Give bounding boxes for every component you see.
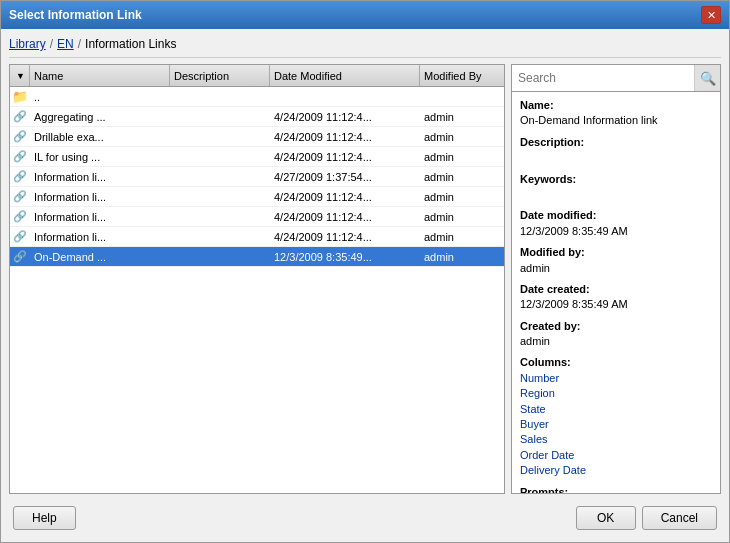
row-date: 4/27/2009 1:37:54... [270, 169, 420, 185]
list-item[interactable]: 🔗 Information li... 4/24/2009 11:12:4...… [10, 227, 504, 247]
col-name[interactable]: Name [30, 65, 170, 86]
link-icon: 🔗 [13, 110, 27, 123]
ok-button[interactable]: OK [576, 506, 636, 530]
link-icon: 🔗 [13, 230, 27, 243]
col-icon[interactable]: ▼ [10, 65, 30, 86]
detail-date-created-value: 12/3/2009 8:35:49 AM [520, 297, 712, 312]
row-name: Information li... [30, 209, 170, 225]
col-modified-by[interactable]: Modified By [420, 65, 505, 86]
row-name: On-Demand ... [30, 249, 170, 265]
detail-name-label: Name: [520, 98, 712, 113]
list-item[interactable]: 🔗 IL for using ... 4/24/2009 11:12:4... … [10, 147, 504, 167]
detail-column-region: Region [520, 386, 712, 401]
row-desc [170, 135, 270, 139]
detail-content: Name: On-Demand Information link Descrip… [512, 92, 720, 493]
link-icon: 🔗 [13, 130, 27, 143]
row-icon: 🔗 [10, 228, 30, 245]
row-date: 4/24/2009 11:12:4... [270, 209, 420, 225]
breadcrumb-current: Information Links [85, 37, 176, 51]
footer: Help OK Cancel [9, 500, 721, 534]
row-modified-by: admin [420, 189, 504, 205]
link-icon: 🔗 [13, 250, 27, 263]
detail-date-modified-label: Date modified: [520, 208, 712, 223]
main-area: ▼ Name Description Date Modified Modifie… [9, 64, 721, 494]
sort-arrow: ▼ [16, 71, 25, 81]
col-date-modified[interactable]: Date Modified [270, 65, 420, 86]
footer-right: OK Cancel [576, 506, 717, 530]
row-icon: 🔗 [10, 248, 30, 265]
link-icon: 🔗 [13, 170, 27, 183]
row-modified-by: admin [420, 249, 504, 265]
breadcrumb-en[interactable]: EN [57, 37, 74, 51]
detail-column-number: Number [520, 371, 712, 386]
row-name: Information li... [30, 169, 170, 185]
detail-keywords-label: Keywords: [520, 172, 712, 187]
list-item[interactable]: 🔗 Information li... 4/24/2009 11:12:4...… [10, 207, 504, 227]
list-item[interactable]: 🔗 Aggregating ... 4/24/2009 11:12:4... a… [10, 107, 504, 127]
list-header: ▼ Name Description Date Modified Modifie… [10, 65, 504, 87]
row-icon: 🔗 [10, 208, 30, 225]
folder-icon: 📁 [12, 89, 28, 104]
cancel-button[interactable]: Cancel [642, 506, 717, 530]
row-icon: 🔗 [10, 108, 30, 125]
row-date [270, 95, 420, 99]
row-date: 4/24/2009 11:12:4... [270, 149, 420, 165]
row-modified-by: admin [420, 129, 504, 145]
row-desc [170, 95, 270, 99]
row-desc [170, 115, 270, 119]
detail-description-label: Description: [520, 135, 712, 150]
row-modified-by: admin [420, 229, 504, 245]
detail-columns-label: Columns: [520, 355, 712, 370]
file-list-panel: ▼ Name Description Date Modified Modifie… [9, 64, 505, 494]
list-item[interactable]: 🔗 Information li... 4/27/2009 1:37:54...… [10, 167, 504, 187]
detail-column-buyer: Buyer [520, 417, 712, 432]
row-name: .. [30, 89, 170, 105]
search-input[interactable] [512, 67, 694, 89]
row-icon: 🔗 [10, 148, 30, 165]
row-modified-by: admin [420, 169, 504, 185]
detail-modified-by-value: admin [520, 261, 712, 276]
close-button[interactable]: ✕ [701, 6, 721, 24]
help-button[interactable]: Help [13, 506, 76, 530]
detail-description-value [520, 150, 712, 165]
detail-created-by-label: Created by: [520, 319, 712, 334]
row-date: 12/3/2009 8:35:49... [270, 249, 420, 265]
link-icon: 🔗 [13, 210, 27, 223]
dialog-title: Select Information Link [9, 8, 142, 22]
search-button[interactable]: 🔍 [694, 65, 720, 91]
breadcrumb-library[interactable]: Library [9, 37, 46, 51]
list-item-selected[interactable]: 🔗 On-Demand ... 12/3/2009 8:35:49... adm… [10, 247, 504, 267]
row-name: Information li... [30, 229, 170, 245]
row-name: Information li... [30, 189, 170, 205]
breadcrumb: Library / EN / Information Links [9, 37, 721, 58]
detail-date-created-label: Date created: [520, 282, 712, 297]
search-bar: 🔍 [512, 65, 720, 92]
col-description[interactable]: Description [170, 65, 270, 86]
breadcrumb-sep-1: / [50, 37, 53, 51]
detail-created-by-value: admin [520, 334, 712, 349]
row-desc [170, 255, 270, 259]
link-icon: 🔗 [13, 150, 27, 163]
detail-column-sales: Sales [520, 432, 712, 447]
row-desc [170, 155, 270, 159]
row-desc [170, 215, 270, 219]
row-date: 4/24/2009 11:12:4... [270, 229, 420, 245]
list-item[interactable]: 🔗 Drillable exa... 4/24/2009 11:12:4... … [10, 127, 504, 147]
row-date: 4/24/2009 11:12:4... [270, 109, 420, 125]
detail-name-value: On-Demand Information link [520, 113, 712, 128]
row-name: Aggregating ... [30, 109, 170, 125]
row-icon: 📁 [10, 87, 30, 106]
row-desc [170, 195, 270, 199]
detail-column-delivery-date: Delivery Date [520, 463, 712, 478]
detail-column-state: State [520, 402, 712, 417]
list-item[interactable]: 🔗 Information li... 4/24/2009 11:12:4...… [10, 187, 504, 207]
detail-column-order-date: Order Date [520, 448, 712, 463]
row-modified-by: admin [420, 209, 504, 225]
list-item[interactable]: 📁 .. [10, 87, 504, 107]
breadcrumb-sep-2: / [78, 37, 81, 51]
dialog-body: Library / EN / Information Links ▼ Name … [1, 29, 729, 542]
list-body[interactable]: 📁 .. 🔗 Aggregating ... [10, 87, 504, 493]
row-name: IL for using ... [30, 149, 170, 165]
detail-keywords-value [520, 187, 712, 202]
row-name: Drillable exa... [30, 129, 170, 145]
